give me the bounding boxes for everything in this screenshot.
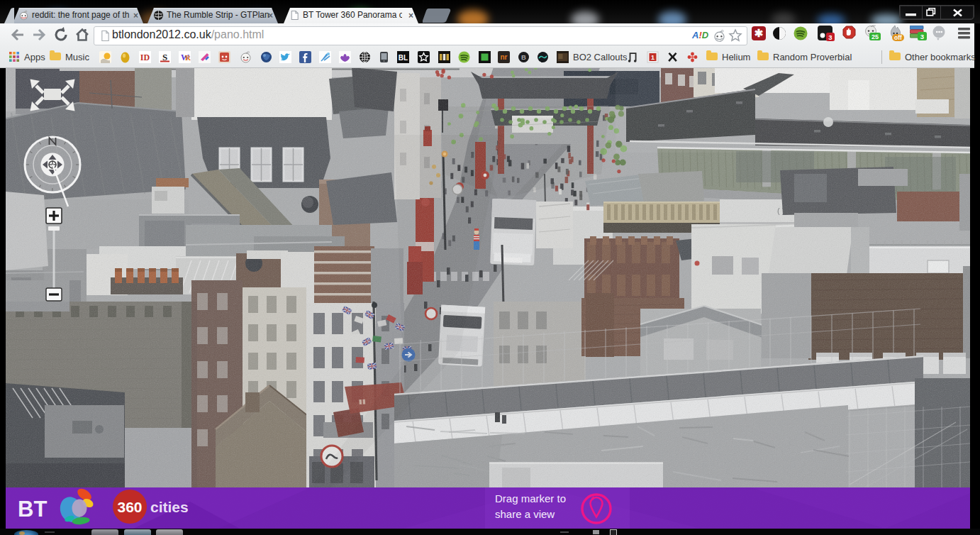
svg-text:R: R (185, 53, 191, 62)
svg-text:off: off (894, 34, 902, 41)
svg-text:B: B (521, 53, 526, 61)
svg-text:3: 3 (920, 33, 924, 40)
svg-text:BL: BL (399, 54, 408, 62)
svg-text:25: 25 (872, 33, 879, 40)
svg-text:3: 3 (828, 33, 832, 41)
svg-text:ID: ID (140, 53, 150, 62)
svg-text:S: S (162, 52, 167, 62)
svg-text:nr: nr (501, 53, 508, 61)
svg-text:✱: ✱ (755, 27, 764, 39)
svg-text:1: 1 (651, 54, 655, 61)
